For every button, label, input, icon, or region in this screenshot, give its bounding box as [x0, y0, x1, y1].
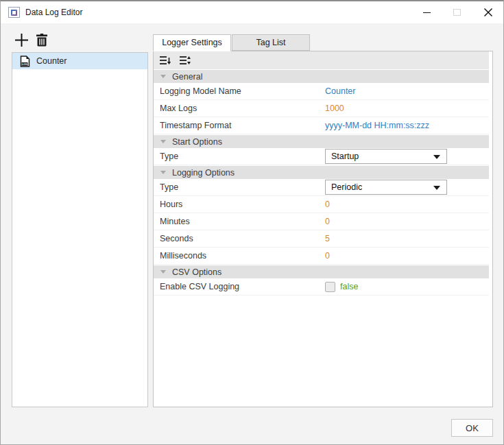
dropdown-value: Periodic — [331, 182, 362, 192]
close-button[interactable] — [477, 1, 499, 23]
checkbox-enable-csv-logging[interactable] — [325, 282, 335, 292]
logger-list-item-counter[interactable]: LOG Counter — [12, 53, 147, 69]
collapse-triangle-icon — [160, 75, 166, 78]
property-label: Minutes — [154, 217, 319, 226]
logger-settings-panel: General Logging Model Name Counter Max L… — [153, 51, 493, 407]
logger-list: LOG Counter — [12, 52, 148, 407]
property-value: Periodic — [325, 180, 486, 195]
value-minutes[interactable]: 0 — [325, 217, 330, 226]
property-label: Timestamp Format — [154, 121, 319, 130]
property-value: 0 — [325, 251, 486, 261]
value-seconds[interactable]: 5 — [325, 234, 330, 243]
property-label: Seconds — [154, 234, 319, 243]
dropdown-type[interactable]: Periodic — [325, 180, 447, 195]
tab-bar: Logger Settings Tag List — [153, 34, 310, 51]
section-header-general[interactable]: General — [154, 70, 489, 83]
app-icon — [8, 7, 20, 18]
property-label: Hours — [154, 200, 319, 209]
section-header-csv-options[interactable]: CSV Options — [154, 265, 489, 278]
property-grid-toolbar — [154, 51, 489, 69]
maximize-button[interactable] — [446, 1, 468, 23]
property-row-seconds: Seconds 5 — [154, 230, 489, 248]
property-value: false — [325, 282, 486, 292]
section-label: Logging Options — [172, 168, 235, 178]
tab-tag-list[interactable]: Tag List — [232, 34, 310, 51]
collapse-all-button[interactable] — [160, 56, 171, 65]
property-row-enable-csv-logging: Enable CSV Logging false — [154, 278, 489, 296]
property-label: Logging Model Name — [154, 86, 319, 96]
property-value: 0 — [325, 217, 486, 226]
dropdown-type[interactable]: Startup — [325, 149, 447, 164]
property-row-max-logs: Max Logs 1000 — [154, 100, 489, 117]
title-bar: Data Log Editor — [1, 1, 503, 23]
property-row-timestamp-format: Timestamp Format yyyy-MM-dd HH:mm:ss:zzz — [154, 117, 489, 134]
ok-button[interactable]: OK — [451, 419, 493, 437]
tab-logger-settings[interactable]: Logger Settings — [153, 34, 231, 51]
expand-all-icon — [180, 56, 191, 65]
chevron-down-icon — [433, 155, 440, 159]
collapse-triangle-icon — [160, 270, 166, 274]
close-icon — [483, 8, 493, 17]
log-document-icon: LOG — [20, 56, 30, 67]
value-milliseconds[interactable]: 0 — [325, 251, 330, 261]
data-log-editor-window: Data Log Editor — [0, 0, 504, 445]
property-row-minutes: Minutes 0 — [154, 213, 489, 230]
collapse-all-icon — [160, 56, 171, 65]
collapse-triangle-icon — [160, 171, 166, 174]
property-label: Milliseconds — [154, 251, 319, 261]
minimize-icon — [423, 12, 431, 13]
maximize-icon — [453, 9, 461, 16]
property-value: Startup — [325, 149, 486, 164]
chevron-down-icon — [433, 186, 440, 190]
svg-text:LOG: LOG — [22, 63, 27, 66]
logger-item-label: Counter — [36, 56, 67, 66]
property-label: Enable CSV Logging — [154, 282, 319, 291]
value-hours[interactable]: 0 — [325, 200, 330, 209]
property-row-type: Type Periodic — [154, 179, 489, 196]
delete-logger-button[interactable] — [33, 31, 51, 49]
plus-icon — [14, 33, 29, 47]
section-label: General — [172, 72, 202, 82]
property-label: Max Logs — [154, 104, 319, 113]
value-enable-csv-logging[interactable]: false — [340, 282, 358, 291]
property-label: Type — [154, 182, 319, 192]
section-label: CSV Options — [172, 267, 221, 277]
minimize-button[interactable] — [416, 1, 437, 23]
property-value: yyyy-MM-dd HH:mm:ss:zzz — [325, 121, 486, 130]
section-header-logging-options[interactable]: Logging Options — [154, 166, 489, 179]
property-value: 5 — [325, 234, 486, 243]
value-logging-model-name[interactable]: Counter — [325, 86, 355, 96]
collapse-triangle-icon — [160, 140, 166, 143]
property-grid-rows: General Logging Model Name Counter Max L… — [154, 70, 489, 296]
expand-all-button[interactable] — [180, 56, 191, 65]
section-header-start-options[interactable]: Start Options — [154, 135, 489, 148]
value-timestamp-format[interactable]: yyyy-MM-dd HH:mm:ss:zzz — [325, 121, 429, 130]
add-logger-button[interactable] — [12, 31, 30, 49]
trash-icon — [36, 34, 48, 47]
property-row-milliseconds: Milliseconds 0 — [154, 248, 489, 265]
property-value: Counter — [325, 86, 486, 96]
dropdown-value: Startup — [331, 152, 359, 161]
property-value: 1000 — [325, 104, 486, 113]
section-label: Start Options — [172, 137, 222, 147]
property-row-logging-model-name: Logging Model Name Counter — [154, 83, 489, 100]
property-value: 0 — [325, 200, 486, 209]
window-title: Data Log Editor — [25, 1, 82, 23]
property-row-hours: Hours 0 — [154, 196, 489, 213]
property-row-type: Type Startup — [154, 148, 489, 165]
property-label: Type — [154, 152, 319, 161]
value-max-logs[interactable]: 1000 — [325, 104, 344, 113]
